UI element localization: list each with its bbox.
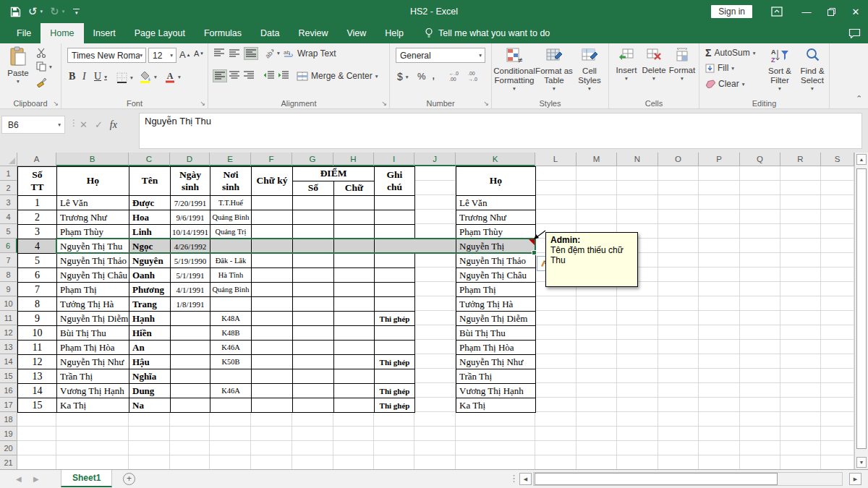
cell-ghi-chu[interactable] bbox=[375, 326, 415, 341]
cell-ho-k[interactable]: Vương Thị Hạnh bbox=[456, 384, 536, 398]
cell-ho[interactable]: Nguyễn Thị Diễm bbox=[57, 312, 129, 326]
cell-diem-so[interactable] bbox=[293, 268, 334, 283]
cell-noi-sinh[interactable]: K46A bbox=[210, 384, 252, 398]
cell-ten[interactable]: Na bbox=[129, 398, 171, 413]
formula-input[interactable]: Nguyễn Thị Thu bbox=[139, 113, 862, 149]
increase-indent-button[interactable] bbox=[278, 71, 289, 80]
cell-stt[interactable]: 5 bbox=[18, 254, 57, 268]
name-box-dropdown-icon[interactable]: ▾ bbox=[58, 121, 64, 128]
cell-diem-chu[interactable] bbox=[334, 254, 375, 268]
header-noi-sinh[interactable]: Nơi sinh bbox=[210, 167, 252, 196]
cell-chu-ky[interactable] bbox=[252, 369, 293, 384]
header-ho[interactable]: Họ bbox=[57, 167, 129, 196]
cell-ten[interactable]: Nguyên bbox=[129, 254, 171, 268]
cell-chu-ky[interactable] bbox=[252, 225, 293, 239]
column-header-A[interactable]: A bbox=[17, 153, 56, 166]
cell-noi-sinh[interactable]: K46A bbox=[210, 341, 252, 355]
minimize-button[interactable]: — bbox=[794, 0, 819, 23]
format-as-table-button[interactable]: Format as Table ▾ bbox=[535, 47, 573, 92]
cell-diem-chu[interactable] bbox=[334, 341, 375, 355]
cell-stt[interactable]: 13 bbox=[18, 369, 57, 384]
cell-ho-k[interactable]: Nguyễn Thị Châu bbox=[456, 268, 536, 283]
vertical-scrollbar[interactable]: ▲ ▼ bbox=[854, 153, 868, 469]
header-ten[interactable]: Tên bbox=[129, 167, 171, 196]
decrease-decimal-button[interactable]: .00 →.0 bbox=[468, 71, 477, 82]
cell-ho[interactable]: Ka Thị bbox=[57, 398, 129, 413]
cell-diem-chu[interactable] bbox=[334, 326, 375, 341]
cell-diem-so[interactable] bbox=[293, 210, 334, 225]
cell-ho-k[interactable]: Nguyễn Thị Diễm bbox=[456, 312, 536, 326]
row-header-5[interactable]: 5 bbox=[0, 224, 17, 239]
cell-noi-sinh[interactable] bbox=[210, 398, 252, 413]
cell-diem-chu[interactable] bbox=[334, 225, 375, 239]
new-sheet-icon[interactable]: + bbox=[123, 473, 135, 485]
column-header-I[interactable]: I bbox=[374, 153, 414, 166]
row-header-21[interactable]: 21 bbox=[0, 455, 17, 469]
column-header-B[interactable]: B bbox=[56, 153, 129, 166]
row-header-14[interactable]: 14 bbox=[0, 354, 17, 369]
column-header-G[interactable]: G bbox=[292, 153, 333, 166]
cell-ho[interactable]: Bùi Thị Thu bbox=[57, 326, 129, 341]
align-middle-button[interactable] bbox=[229, 48, 239, 57]
column-header-N[interactable]: N bbox=[617, 153, 658, 166]
select-all-corner[interactable] bbox=[0, 153, 17, 166]
cell-ho[interactable]: Nguyễn Thị Châu bbox=[57, 268, 129, 283]
cell-ten[interactable]: Hậu bbox=[129, 355, 171, 369]
formula-bar-splitter[interactable]: ⋮ bbox=[69, 118, 78, 128]
cell-stt[interactable]: 8 bbox=[18, 297, 57, 312]
vertical-scroll-thumb[interactable] bbox=[856, 168, 867, 449]
cell-ten[interactable]: Ngọc bbox=[129, 239, 171, 254]
cell-ghi-chu[interactable] bbox=[375, 283, 415, 297]
alignment-dialog-launcher-icon[interactable]: ↘ bbox=[381, 100, 387, 107]
find-select-button[interactable]: Find & Select ▾ bbox=[796, 47, 828, 92]
cell-ten[interactable]: Dung bbox=[129, 384, 171, 398]
cell-diem-chu[interactable] bbox=[334, 268, 375, 283]
cell-chu-ky[interactable] bbox=[252, 268, 293, 283]
cell-ghi-chu[interactable] bbox=[375, 268, 415, 283]
row-header-1[interactable]: 1 bbox=[0, 166, 17, 181]
align-bottom-button[interactable] bbox=[244, 47, 258, 60]
comment-bubble-icon[interactable] bbox=[848, 28, 861, 38]
delete-cells-button[interactable]: Delete ▾ bbox=[641, 48, 667, 82]
cell-diem-chu[interactable] bbox=[334, 283, 375, 297]
name-box[interactable]: B6 ▾ bbox=[1, 116, 65, 134]
cut-button[interactable] bbox=[36, 48, 46, 58]
cell-noi-sinh[interactable]: Đăk - Lăk bbox=[210, 254, 252, 268]
row-header-18[interactable]: 18 bbox=[0, 412, 17, 427]
align-right-button[interactable] bbox=[244, 71, 254, 80]
cell-ten[interactable]: Trang bbox=[129, 297, 171, 312]
tab-page-layout[interactable]: Page Layout bbox=[125, 23, 195, 43]
cell-ho-k[interactable]: Trần Thị bbox=[456, 369, 536, 384]
cell-chu-ky[interactable] bbox=[252, 239, 293, 254]
cell-chu-ky[interactable] bbox=[252, 297, 293, 312]
cell-ghi-chu[interactable] bbox=[375, 369, 415, 384]
cell-diem-chu[interactable] bbox=[334, 355, 375, 369]
paste-dropdown-icon[interactable]: ▾ bbox=[17, 78, 20, 85]
row-header-15[interactable]: 15 bbox=[0, 369, 17, 383]
cell-noi-sinh[interactable]: Quảng Bình bbox=[210, 210, 252, 225]
row-header-20[interactable]: 20 bbox=[0, 441, 17, 455]
orientation-button[interactable]: ab ▾ bbox=[263, 48, 280, 59]
cell-noi-sinh[interactable] bbox=[210, 369, 252, 384]
cell-ngay-sinh[interactable] bbox=[171, 326, 210, 341]
cell-ho[interactable]: Vương Thị Hạnh bbox=[57, 384, 129, 398]
copy-dropdown-icon[interactable]: ▾ bbox=[49, 64, 52, 70]
cell-chu-ky[interactable] bbox=[252, 398, 293, 413]
row-header-2[interactable]: 2 bbox=[0, 181, 17, 195]
cell-ten[interactable]: Nghĩa bbox=[129, 369, 171, 384]
format-painter-button[interactable] bbox=[36, 77, 47, 87]
column-header-P[interactable]: P bbox=[699, 153, 740, 166]
cell-chu-ky[interactable] bbox=[252, 326, 293, 341]
cell-stt[interactable]: 2 bbox=[18, 210, 57, 225]
row-header-16[interactable]: 16 bbox=[0, 383, 17, 398]
tab-view[interactable]: View bbox=[337, 23, 375, 43]
number-dialog-launcher-icon[interactable]: ↘ bbox=[483, 100, 489, 107]
cell-styles-button[interactable]: Cell Styles ▾ bbox=[573, 47, 606, 92]
cell-chu-ky[interactable] bbox=[252, 283, 293, 297]
row-header-8[interactable]: 8 bbox=[0, 267, 17, 282]
sign-in-button[interactable]: Sign in bbox=[711, 5, 752, 18]
row-header-7[interactable]: 7 bbox=[0, 253, 17, 267]
column-header-M[interactable]: M bbox=[576, 153, 617, 166]
cell-ghi-chu[interactable] bbox=[375, 239, 415, 254]
cell-ho[interactable]: Trần Thị bbox=[57, 369, 129, 384]
